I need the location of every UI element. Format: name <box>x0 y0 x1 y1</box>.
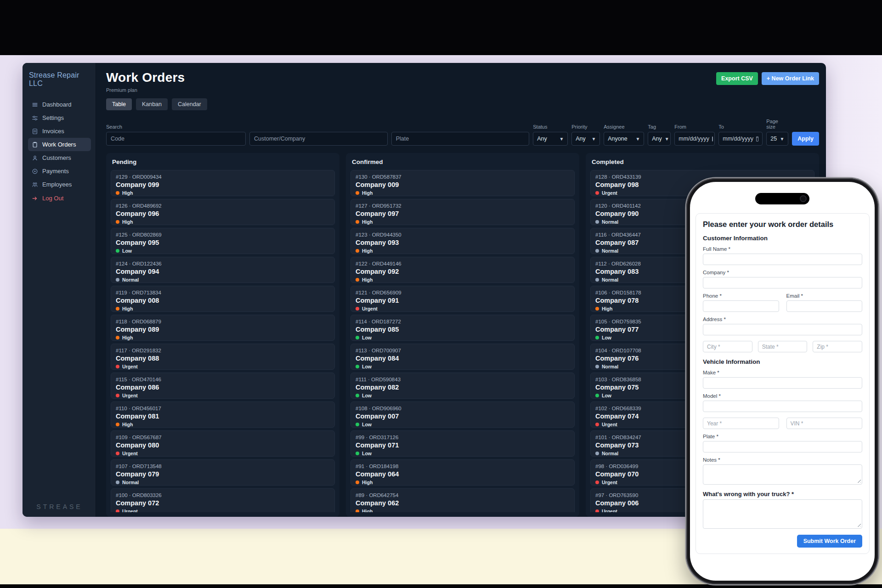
model-field[interactable] <box>703 401 862 412</box>
work-order-card[interactable]: #123 · ORD944350Company 093High <box>351 228 575 254</box>
assignee-select[interactable]: Anyone ▼ <box>604 132 644 146</box>
sidebar-item-label: Dashboard <box>42 101 72 108</box>
status-label: Status <box>533 124 568 130</box>
priority-dot <box>595 191 599 195</box>
priority-label: Normal <box>602 248 618 254</box>
full-name-field[interactable] <box>703 254 862 265</box>
work-order-card[interactable]: #114 · ORD187272Company 085Low <box>351 315 575 341</box>
state-field[interactable] <box>758 341 808 352</box>
sidebar-item-invoices[interactable]: Invoices <box>28 124 91 138</box>
sidebar-item-dashboard[interactable]: Dashboard <box>28 98 91 111</box>
chevron-down-icon: ▼ <box>665 136 669 141</box>
to-date-input[interactable]: mm/dd/yyyy <box>718 132 763 146</box>
work-order-card[interactable]: #109 · ORD567687Company 080Urgent <box>111 430 335 457</box>
work-order-card[interactable]: #125 · ORD802869Company 095Low <box>111 228 335 254</box>
plate-input[interactable] <box>391 132 530 146</box>
priority-label: Normal <box>122 277 139 283</box>
work-order-card[interactable]: #111 · ORD590843Company 082Low <box>351 373 575 399</box>
work-order-card[interactable]: #115 · ORD470146Company 086Urgent <box>111 373 335 399</box>
status-value: Any <box>537 136 547 142</box>
order-company: Company 080 <box>116 441 330 449</box>
work-order-card[interactable]: #100 · ORD803326Company 072Urgent <box>111 488 335 512</box>
priority-row: Low <box>356 393 570 398</box>
order-company: Company 008 <box>116 297 330 304</box>
phone-field[interactable] <box>703 300 779 312</box>
notes-field[interactable] <box>703 464 862 485</box>
work-order-card[interactable]: #130 · ORD587837Company 009High <box>351 170 575 196</box>
sidebar-item-log-out[interactable]: Log Out <box>28 192 91 205</box>
chevron-down-icon: ▼ <box>591 136 596 141</box>
brand-logo: STREASE <box>28 503 91 510</box>
code-input[interactable] <box>106 132 246 146</box>
work-order-card[interactable]: #127 · ORD951732Company 097High <box>351 199 575 225</box>
priority-label: Urgent <box>602 190 617 196</box>
tab-table[interactable]: Table <box>106 98 132 110</box>
from-date-input[interactable]: mm/dd/yyyy <box>674 132 715 146</box>
work-order-card[interactable]: #126 · ORD489692Company 096High <box>111 199 335 225</box>
dynamic-island <box>755 193 809 204</box>
priority-label: Urgent <box>122 509 138 512</box>
make-field[interactable] <box>703 377 862 389</box>
email-field[interactable] <box>786 300 863 312</box>
tab-calendar[interactable]: Calendar <box>172 98 207 110</box>
page-size-select[interactable]: 25 ▼ <box>766 132 788 146</box>
priority-label: Priority <box>571 124 600 130</box>
sidebar-item-settings[interactable]: Settings <box>28 111 91 124</box>
sidebar-item-label: Employees <box>42 181 72 188</box>
submit-work-order-button[interactable]: Submit Work Order <box>797 535 862 548</box>
model-label: Model * <box>703 393 862 399</box>
chevron-down-icon: ▼ <box>559 136 564 141</box>
zip-field[interactable] <box>813 341 862 352</box>
sidebar-item-payments[interactable]: Payments <box>28 164 91 178</box>
truck-question-field[interactable] <box>703 499 862 529</box>
sidebar-item-work-orders[interactable]: Work Orders <box>28 138 91 151</box>
work-order-card[interactable]: #121 · ORD656909Company 091Urgent <box>351 286 575 312</box>
work-order-card[interactable]: #89 · ORD642754Company 062High <box>351 488 575 512</box>
priority-dot <box>595 278 599 282</box>
vin-field[interactable] <box>786 418 863 429</box>
sidebar-item-customers[interactable]: Customers <box>28 151 91 164</box>
sidebar-item-employees[interactable]: Employees <box>28 178 91 191</box>
priority-label: High <box>122 219 133 225</box>
city-field[interactable] <box>703 341 752 352</box>
priority-select[interactable]: Any ▼ <box>571 132 600 146</box>
tag-select[interactable]: Any ▼ <box>648 132 671 146</box>
chevron-down-icon: ▼ <box>635 136 640 141</box>
work-order-card[interactable]: #91 · ORD184198Company 064High <box>351 459 575 486</box>
status-select[interactable]: Any ▼ <box>533 132 568 146</box>
priority-dot <box>595 423 599 426</box>
company-field[interactable] <box>703 277 862 288</box>
work-order-card[interactable]: #118 · ORD068879Company 089High <box>111 315 335 341</box>
priority-row: High <box>356 219 570 225</box>
plate-field[interactable] <box>703 441 862 452</box>
page-header: Work Orders Premium plan Export CSV + Ne… <box>106 70 819 93</box>
from-date-value: mm/dd/yyyy <box>678 136 709 142</box>
export-csv-button[interactable]: Export CSV <box>716 72 758 85</box>
work-order-card[interactable]: #122 · ORD449146Company 092High <box>351 257 575 283</box>
tag-label: Tag <box>648 124 671 130</box>
order-company: Company 091 <box>356 297 570 304</box>
sidebar-item-label: Payments <box>42 168 69 175</box>
work-order-card[interactable]: #119 · ORD713834Company 008High <box>111 286 335 312</box>
page-size-label: Page size <box>766 119 788 130</box>
priority-dot <box>116 394 119 397</box>
work-order-card[interactable]: #113 · ORD700907Company 084Low <box>351 344 575 370</box>
work-order-card[interactable]: #110 · ORD456017Company 081High <box>111 401 335 428</box>
customer-input[interactable] <box>249 132 388 146</box>
year-field[interactable] <box>703 418 779 429</box>
priority-row: High <box>116 190 330 196</box>
work-order-card[interactable]: #124 · ORD122436Company 094Normal <box>111 257 335 283</box>
apply-button[interactable]: Apply <box>792 132 819 146</box>
column-title: Confirmed <box>352 158 575 165</box>
work-order-card[interactable]: #107 · ORD713548Company 079Normal <box>111 459 335 486</box>
priority-label: High <box>362 480 373 485</box>
work-order-card[interactable]: #129 · ORD009434Company 099High <box>111 170 335 196</box>
priority-row: High <box>356 190 570 196</box>
work-order-card[interactable]: #108 · ORD906960Company 007Low <box>351 401 575 428</box>
tab-kanban[interactable]: Kanban <box>136 98 168 110</box>
priority-label: High <box>362 219 373 225</box>
new-order-link-button[interactable]: + New Order Link <box>762 72 819 85</box>
work-order-card[interactable]: #99 · ORD317126Company 071Low <box>351 430 575 457</box>
work-order-card[interactable]: #117 · ORD291832Company 088Urgent <box>111 344 335 370</box>
address-field[interactable] <box>703 324 862 335</box>
